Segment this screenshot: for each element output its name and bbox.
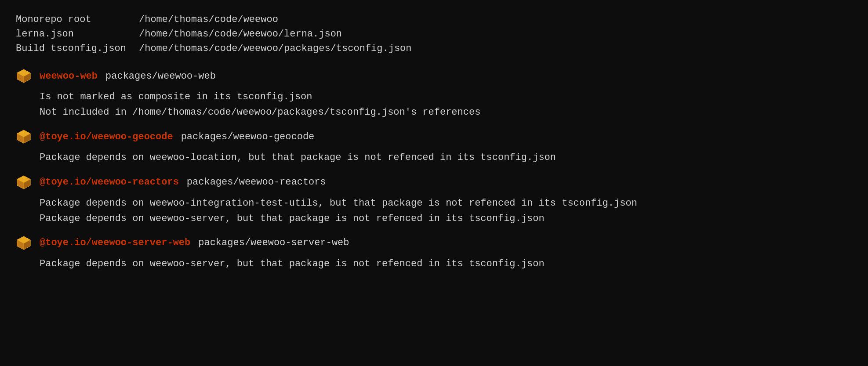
package-name: @toye.io/weewoo-geocode (40, 130, 173, 144)
package-header: @toye.io/weewoo-geocode packages/weewoo-… (16, 129, 852, 145)
message-line: Not included in /home/thomas/code/weewoo… (40, 105, 852, 120)
message-line: Is not marked as composite in its tsconf… (40, 89, 852, 105)
package-header: @toye.io/weewoo-reactors packages/weewoo… (16, 174, 852, 190)
package-block: @toye.io/weewoo-geocode packages/weewoo-… (16, 129, 852, 165)
packages-container: weewoo-web packages/weewoo-webIs not mar… (16, 59, 852, 275)
package-path: packages/weewoo-geocode (181, 130, 315, 144)
message-line: Package depends on weewoo-server, but th… (40, 256, 852, 272)
package-name: @toye.io/weewoo-reactors (40, 175, 179, 189)
info-key: Build tsconfig.json (16, 41, 139, 56)
info-line: Build tsconfig.json/home/thomas/code/wee… (16, 41, 852, 56)
info-value: /home/thomas/code/weewoo/lerna.json (139, 27, 342, 41)
package-header: @toye.io/weewoo-server-web packages/weew… (16, 235, 852, 251)
info-key: lerna.json (16, 27, 139, 41)
message-line: Package depends on weewoo-location, but … (40, 150, 852, 165)
package-messages: Is not marked as composite in its tsconf… (16, 89, 852, 120)
package-messages: Package depends on weewoo-location, but … (16, 150, 852, 165)
package-icon (16, 68, 32, 84)
package-name: weewoo-web (40, 69, 98, 83)
terminal-output: Monorepo root/home/thomas/code/weewooler… (16, 12, 852, 275)
package-icon (16, 235, 32, 251)
info-value: /home/thomas/code/weewoo/packages/tsconf… (139, 41, 412, 56)
package-messages: Package depends on weewoo-integration-te… (16, 196, 852, 226)
package-block: weewoo-web packages/weewoo-webIs not mar… (16, 68, 852, 120)
message-line: Package depends on weewoo-server, but th… (40, 211, 852, 226)
package-path: packages/weewoo-server-web (198, 236, 349, 250)
package-path: packages/weewoo-web (105, 69, 216, 83)
info-key: Monorepo root (16, 12, 139, 27)
package-icon (16, 174, 32, 190)
package-block: @toye.io/weewoo-reactors packages/weewoo… (16, 174, 852, 226)
message-line: Package depends on weewoo-integration-te… (40, 196, 852, 211)
info-line: Monorepo root/home/thomas/code/weewoo (16, 12, 852, 27)
info-line: lerna.json/home/thomas/code/weewoo/lerna… (16, 27, 852, 41)
package-icon (16, 129, 32, 145)
package-name: @toye.io/weewoo-server-web (40, 236, 190, 250)
package-header: weewoo-web packages/weewoo-web (16, 68, 852, 84)
info-block: Monorepo root/home/thomas/code/weewooler… (16, 12, 852, 56)
package-block: @toye.io/weewoo-server-web packages/weew… (16, 235, 852, 272)
package-path: packages/weewoo-reactors (187, 175, 326, 189)
info-value: /home/thomas/code/weewoo (139, 12, 278, 27)
package-messages: Package depends on weewoo-server, but th… (16, 256, 852, 272)
